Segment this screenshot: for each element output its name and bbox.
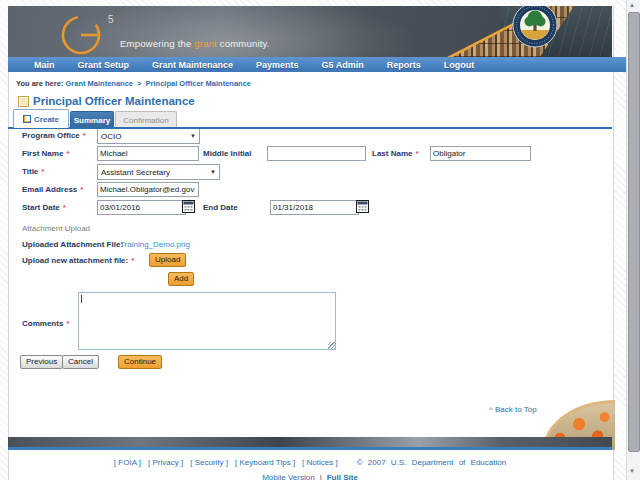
tagline-accent: grant (194, 38, 217, 49)
footer-link-privacy[interactable]: [ Privacy ] (148, 458, 183, 467)
nav-item-grant-maintenance[interactable]: Grant Maintenance (152, 60, 233, 70)
program-office-select[interactable]: OCIO ▼ (97, 128, 200, 144)
breadcrumb: You are here: Grant Maintenance > Princi… (16, 79, 251, 88)
tab-summary[interactable]: Summary (70, 111, 114, 128)
first-name-input[interactable] (97, 146, 199, 161)
previous-button[interactable]: Previous (20, 355, 63, 369)
end-date-calendar-icon[interactable] (356, 200, 369, 213)
comments-textarea[interactable] (78, 292, 336, 350)
comments-label: Comments* (22, 319, 69, 328)
upload-button[interactable]: Upload (149, 253, 186, 267)
title-label: Title* (22, 167, 44, 176)
comments-field-wrap (78, 292, 336, 350)
breadcrumb-prefix: You are here: (16, 79, 63, 88)
logo-5-superscript: 5 (108, 14, 114, 25)
tab-summary-label: Summary (74, 116, 110, 125)
chevron-down-icon: ▼ (190, 133, 196, 139)
logo-tagline: Empowering the grant community. (120, 38, 270, 49)
program-office-label: Program Office* (22, 131, 86, 140)
tagline-post: community. (217, 38, 270, 49)
footer-photo-strip (8, 437, 612, 447)
footer-link-security[interactable]: [ Security ] (190, 458, 228, 467)
text-cursor (81, 295, 82, 303)
start-date-calendar-icon[interactable] (182, 200, 195, 213)
nav-item-reports[interactable]: Reports (387, 60, 421, 70)
breadcrumb-link-principal-officer[interactable]: Principal Officer Maintenance (146, 79, 251, 88)
program-office-value: OCIO (101, 132, 121, 141)
footer-blue-line (8, 447, 612, 450)
nav-item-g5-admin[interactable]: G5 Admin (322, 60, 364, 70)
first-name-label: First Name* (22, 149, 69, 158)
full-site-link[interactable]: Full Site (327, 473, 358, 480)
start-date-label: Start Date* (22, 203, 66, 212)
g5-logo-icon (55, 10, 115, 56)
uploaded-attachment-file-label: Uploaded Attachment File: (22, 240, 123, 249)
tab-confirmation-label: Confirmation (123, 116, 168, 125)
footer-link-notices[interactable]: [ Notices ] (302, 458, 338, 467)
mobile-version-link[interactable]: Mobile Version (262, 473, 314, 480)
title-select[interactable]: Assistant Secretary ▼ (97, 164, 220, 180)
page-title-icon (18, 96, 29, 107)
back-to-top-label: Back to Top (495, 405, 537, 414)
last-name-input[interactable] (430, 146, 531, 161)
footer-links-row: [ FOIA ] [ Privacy ] [ Security ] [ Keyb… (8, 458, 612, 467)
tab-underline (8, 127, 612, 129)
nav-item-grant-setup[interactable]: Grant Setup (78, 60, 130, 70)
tab-create[interactable]: Create (13, 109, 69, 128)
start-date-input[interactable] (97, 200, 186, 215)
attachment-upload-section-label: Attachment Upload (22, 224, 90, 233)
scrollbar-up-arrow-icon[interactable]: ▲ (629, 2, 635, 8)
upload-new-attachment-label: Upload new attachment file:* (22, 256, 134, 265)
footer-link-keyboard-tips[interactable]: [ Keyboard Tips ] (235, 458, 295, 467)
footer-divider: | (320, 473, 322, 480)
email-field[interactable] (97, 182, 199, 197)
footer-link-foia[interactable]: [ FOIA ] (114, 458, 141, 467)
title-value: Assistant Secretary (101, 168, 170, 177)
g5-banner: 5 Empowering the grant community. (8, 6, 612, 57)
end-date-input[interactable] (270, 200, 359, 215)
last-name-label: Last Name* (372, 149, 419, 158)
add-button[interactable]: Add (168, 272, 194, 286)
nav-item-main[interactable]: Main (34, 60, 55, 70)
tab-confirmation: Confirmation (115, 111, 177, 128)
breadcrumb-link-grant-maintenance[interactable]: Grant Maintenance (65, 79, 133, 88)
middle-initial-input[interactable] (267, 146, 366, 161)
footer-mobile-row: Mobile Version | Full Site (8, 473, 612, 480)
back-to-top-link[interactable]: ^ Back to Top (489, 405, 537, 414)
end-date-label: End Date (203, 203, 238, 212)
g5-application-window: 5 Empowering the grant community. Main G… (0, 0, 640, 480)
page-title: Principal Officer Maintenance (33, 95, 195, 107)
create-tab-icon (23, 115, 31, 123)
dept-of-education-seal-icon (512, 6, 558, 48)
page-title-row: Principal Officer Maintenance (18, 95, 195, 107)
main-nav-bar: Main Grant Setup Grant Maintenance Payme… (8, 57, 638, 72)
copyright-text: © 2007 U.S. Department of Education (357, 458, 506, 467)
scrollbar-down-arrow-icon[interactable]: ▼ (629, 468, 635, 474)
back-to-top-caret-icon: ^ (489, 405, 493, 414)
resize-handle[interactable] (328, 342, 335, 349)
email-label: Email Address* (22, 185, 83, 194)
uploaded-attachment-file-link[interactable]: Training_Demo.png (120, 240, 190, 249)
continue-button[interactable]: Continue (118, 355, 162, 369)
tagline-pre: Empowering the (120, 38, 194, 49)
breadcrumb-separator: > (135, 79, 143, 88)
tab-create-label: Create (34, 115, 59, 124)
chevron-down-icon: ▼ (210, 169, 216, 175)
nav-item-logout[interactable]: Logout (444, 60, 475, 70)
middle-initial-label: Middle Initial (203, 149, 251, 158)
cancel-button[interactable]: Cancel (62, 355, 99, 369)
nav-item-payments[interactable]: Payments (256, 60, 299, 70)
vertical-scrollbar-thumb[interactable] (628, 12, 640, 452)
